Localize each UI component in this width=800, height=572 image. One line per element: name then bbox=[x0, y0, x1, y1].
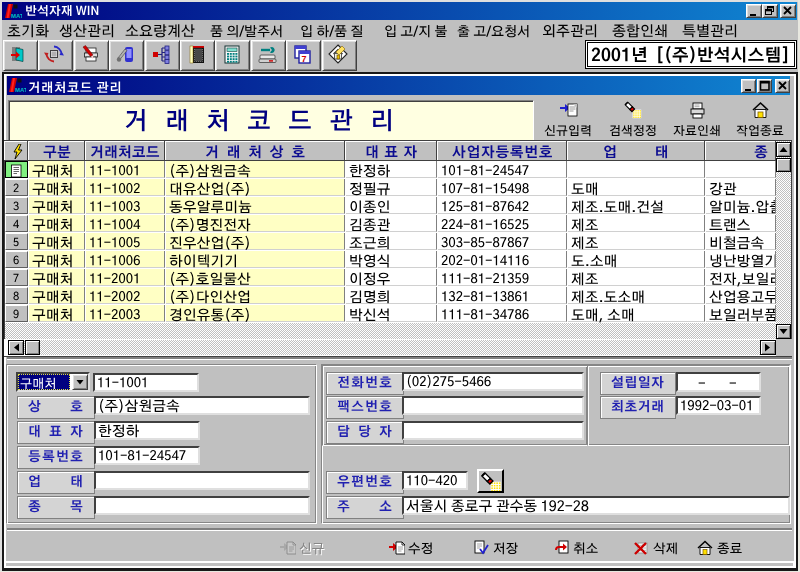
svg-text:7: 7 bbox=[302, 54, 307, 64]
svg-text:MAT: MAT bbox=[15, 87, 26, 93]
svg-text:MAT: MAT bbox=[11, 13, 22, 19]
